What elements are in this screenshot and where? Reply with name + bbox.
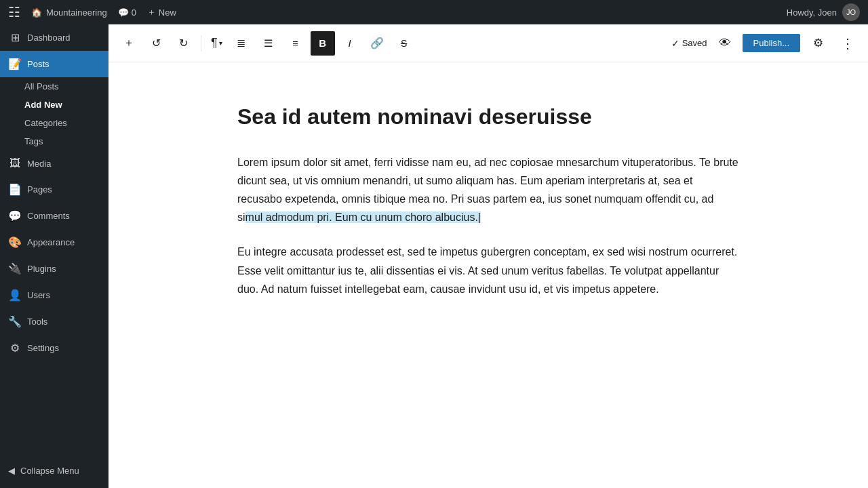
tags-link[interactable]: Tags: [0, 132, 108, 150]
sidebar-dashboard-label: Dashboard: [27, 33, 71, 43]
sidebar-pages-label: Pages: [27, 184, 52, 195]
howdy-text: Howdy, Joen: [787, 7, 837, 18]
post-title[interactable]: Sea id autem nominavi deseruisse: [237, 103, 739, 131]
comments-link[interactable]: 💬 0: [118, 7, 136, 18]
add-new-link[interactable]: Add New: [0, 96, 108, 114]
undo-button[interactable]: ↺: [144, 31, 168, 56]
sidebar: ⊞ Dashboard 📝 Posts All Posts Add New Ca…: [0, 24, 108, 488]
italic-button[interactable]: I: [338, 31, 362, 56]
sidebar-tools-label: Tools: [27, 317, 47, 327]
sidebar-item-appearance[interactable]: 🎨 Appearance: [0, 229, 108, 256]
link-icon: 🔗: [370, 37, 384, 49]
sidebar-item-posts[interactable]: 📝 Posts: [0, 51, 108, 77]
sidebar-item-users[interactable]: 👤 Users: [0, 282, 108, 308]
add-new-label: Add New: [24, 100, 62, 110]
paragraph-1[interactable]: Lorem ipsum dolor sit amet, ferri vidiss…: [237, 153, 739, 227]
howdy-section: Howdy, Joen JO: [787, 3, 860, 21]
site-name-link[interactable]: 🏠 Mountaineering: [31, 7, 107, 18]
sidebar-appearance-label: Appearance: [27, 237, 75, 247]
sidebar-item-tools[interactable]: 🔧 Tools: [0, 308, 108, 335]
wp-logo-icon[interactable]: ☷: [8, 4, 20, 20]
comments-sidebar-icon: 💬: [8, 209, 22, 222]
paragraph-icon: ¶: [211, 36, 218, 50]
tags-label: Tags: [24, 136, 43, 146]
comments-count: 0: [132, 7, 136, 18]
align-center-button[interactable]: ☰: [256, 31, 281, 56]
gear-icon: ⚙: [813, 36, 823, 50]
all-posts-label: All Posts: [24, 81, 59, 92]
editor-area: ＋ ↺ ↻ ¶ ▾ ≣ ☰ ≡ B: [108, 24, 868, 488]
sidebar-bottom: ◀ Collapse Menu: [0, 453, 108, 488]
main-layout: ⊞ Dashboard 📝 Posts All Posts Add New Ca…: [0, 24, 868, 488]
media-icon: 🖼: [8, 157, 22, 169]
preview-icon: 👁: [719, 36, 731, 50]
categories-label: Categories: [24, 118, 67, 128]
sidebar-media-label: Media: [27, 159, 51, 169]
plus-icon: ＋: [147, 6, 156, 18]
avatar-initials: JO: [846, 8, 856, 16]
sidebar-posts-label: Posts: [27, 59, 50, 69]
editor-settings-button[interactable]: ⚙: [806, 31, 830, 56]
new-link[interactable]: ＋ New: [147, 6, 176, 18]
redo-button[interactable]: ↻: [171, 31, 195, 56]
sidebar-item-media[interactable]: 🖼 Media: [0, 150, 108, 176]
new-label: New: [159, 7, 176, 18]
saved-label: Saved: [682, 38, 707, 48]
align-center-icon: ☰: [264, 37, 273, 49]
toolbar-divider-1: [201, 35, 201, 52]
align-left-button[interactable]: ≣: [229, 31, 254, 56]
dropdown-arrow-icon: ▾: [219, 39, 222, 47]
link-button[interactable]: 🔗: [365, 31, 389, 56]
paragraph-dropdown-button[interactable]: ¶ ▾: [207, 31, 226, 56]
bold-button[interactable]: B: [311, 31, 335, 56]
categories-link[interactable]: Categories: [0, 114, 108, 132]
collapse-menu-button[interactable]: ◀ Collapse Menu: [0, 459, 108, 483]
avatar[interactable]: JO: [842, 3, 860, 21]
align-right-icon: ≡: [292, 37, 298, 49]
saved-status: ✓ Saved: [671, 38, 707, 49]
tools-icon: 🔧: [8, 315, 22, 328]
plugins-icon: 🔌: [8, 262, 22, 275]
all-posts-link[interactable]: All Posts: [0, 77, 108, 96]
editor-content[interactable]: Sea id autem nominavi deseruisse Lorem i…: [183, 62, 793, 488]
sidebar-users-label: Users: [27, 290, 50, 300]
admin-bar: ☷ 🏠 Mountaineering 💬 0 ＋ New Howdy, Joen…: [0, 0, 868, 24]
editor-toolbar: ＋ ↺ ↻ ¶ ▾ ≣ ☰ ≡ B: [108, 24, 868, 62]
comments-icon: 💬: [118, 7, 129, 18]
settings-icon: ⚙: [8, 342, 22, 354]
preview-button[interactable]: 👁: [713, 31, 737, 56]
strikethrough-button[interactable]: S: [392, 31, 416, 56]
align-left-icon: ≣: [237, 37, 245, 49]
sidebar-item-comments[interactable]: 💬 Comments: [0, 203, 108, 229]
sidebar-item-settings[interactable]: ⚙ Settings: [0, 335, 108, 361]
more-options-button[interactable]: ⋮: [835, 31, 860, 56]
saved-check-icon: ✓: [671, 38, 679, 49]
bold-icon: B: [319, 37, 326, 49]
home-icon: 🏠: [31, 7, 42, 18]
appearance-icon: 🎨: [8, 236, 22, 249]
toolbar-right: ✓ Saved 👁 Publish... ⚙ ⋮: [671, 31, 860, 56]
sidebar-item-dashboard[interactable]: ⊞ Dashboard: [0, 24, 108, 51]
dashboard-icon: ⊞: [8, 31, 22, 44]
sidebar-item-pages[interactable]: 📄 Pages: [0, 176, 108, 203]
collapse-icon: ◀: [8, 466, 15, 476]
strikethrough-icon: S: [401, 38, 407, 49]
posts-icon: 📝: [8, 58, 22, 70]
pages-icon: 📄: [8, 183, 22, 196]
posts-submenu: All Posts Add New Categories Tags: [0, 77, 108, 150]
paragraph-1-highlight: mul admodum pri. Eum cu unum choro albuc…: [245, 211, 481, 223]
paragraph-2[interactable]: Eu integre accusata prodesset est, sed t…: [237, 243, 739, 298]
sidebar-item-plugins[interactable]: 🔌 Plugins: [0, 256, 108, 282]
site-name-text: Mountaineering: [46, 7, 107, 18]
undo-icon: ↺: [152, 37, 161, 49]
add-block-button[interactable]: ＋: [117, 31, 141, 56]
publish-button[interactable]: Publish...: [743, 34, 800, 52]
sidebar-plugins-label: Plugins: [27, 264, 56, 274]
align-right-button[interactable]: ≡: [283, 31, 308, 56]
sidebar-settings-label: Settings: [27, 343, 59, 353]
collapse-label: Collapse Menu: [20, 466, 79, 476]
users-icon: 👤: [8, 289, 22, 302]
more-icon: ⋮: [841, 35, 854, 52]
add-block-icon: ＋: [123, 36, 134, 50]
redo-icon: ↻: [179, 37, 188, 49]
